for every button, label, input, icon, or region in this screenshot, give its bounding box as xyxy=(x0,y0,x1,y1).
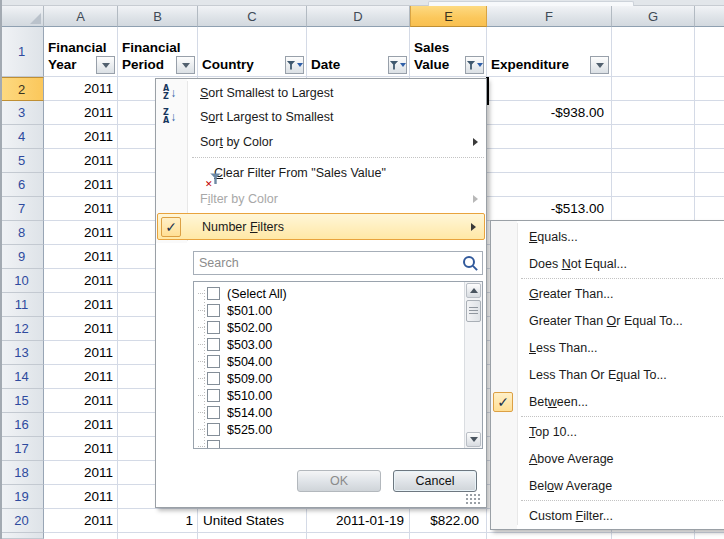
submenu-item-between[interactable]: ✓ Between... xyxy=(491,388,724,415)
header-cell-sales-value[interactable]: Sales Value xyxy=(410,27,487,77)
column-header-partial[interactable] xyxy=(695,6,724,27)
row-header-19[interactable]: 19 xyxy=(0,485,44,509)
checkbox[interactable] xyxy=(207,338,220,351)
column-header-c[interactable]: C xyxy=(198,6,307,27)
menu-item-filter-by-color[interactable]: Filter by Color xyxy=(156,186,486,212)
row-header-3[interactable]: 3 xyxy=(0,101,44,125)
cell-a2[interactable]: 2011 xyxy=(44,77,118,101)
cell-a15[interactable]: 2011 xyxy=(44,389,118,413)
column-header-g[interactable]: G xyxy=(612,6,695,27)
list-item-value[interactable]: $502.00 xyxy=(194,319,482,336)
row-header-12[interactable]: 12 xyxy=(0,317,44,341)
panel-resize-grip[interactable] xyxy=(465,493,481,504)
row-header-6[interactable]: 6 xyxy=(0,173,44,197)
cell-a11[interactable]: 2011 xyxy=(44,293,118,317)
list-item-value[interactable]: $510.00 xyxy=(194,387,482,404)
row-header-16[interactable]: 16 xyxy=(0,413,44,437)
submenu-item-above-average[interactable]: Above Average xyxy=(491,445,724,472)
list-item-value[interactable]: $503.00 xyxy=(194,336,482,353)
list-item-value[interactable]: $525.00 xyxy=(194,421,482,438)
filter-dropdown-button-f[interactable] xyxy=(590,56,609,74)
menu-item-number-filters[interactable]: ✓ Number Filters xyxy=(157,213,485,240)
checkbox[interactable] xyxy=(207,321,220,334)
checkbox[interactable] xyxy=(207,423,220,436)
row-header-8[interactable]: 8 xyxy=(0,221,44,245)
list-item-value[interactable]: $509.00 xyxy=(194,370,482,387)
submenu-item-equals[interactable]: Equals... xyxy=(491,223,724,250)
header-cell-date[interactable]: Date xyxy=(307,27,410,77)
row-header-9[interactable]: 9 xyxy=(0,245,44,269)
row-header-2-selected[interactable]: 2 xyxy=(0,77,44,101)
submenu-item-less-than-or-equal-to[interactable]: Less Than Or Equal To... xyxy=(491,361,724,388)
cell-a9[interactable]: 2011 xyxy=(44,245,118,269)
row-header-11[interactable]: 11 xyxy=(0,293,44,317)
header-cell-financial-year[interactable]: Financial Year xyxy=(44,27,118,77)
filter-applied-button-c[interactable] xyxy=(285,56,304,74)
cell-a20[interactable]: 2011 xyxy=(44,509,118,533)
column-header-e-selected[interactable]: E xyxy=(410,6,487,27)
cell-a6[interactable]: 2011 xyxy=(44,173,118,197)
row-header-5[interactable]: 5 xyxy=(0,149,44,173)
cell-a8[interactable]: 2011 xyxy=(44,221,118,245)
checkbox[interactable] xyxy=(207,287,220,300)
cell-a16[interactable]: 2011 xyxy=(44,413,118,437)
cell-a19[interactable]: 2011 xyxy=(44,485,118,509)
cell-a13[interactable]: 2011 xyxy=(44,341,118,365)
submenu-item-greater-than-or-equal-to[interactable]: Greater Than Or Equal To... xyxy=(491,307,724,334)
scroll-down-button[interactable] xyxy=(466,432,481,447)
row-header-17[interactable]: 17 xyxy=(0,437,44,461)
checkbox[interactable] xyxy=(207,355,220,368)
row-header-20[interactable]: 20 xyxy=(0,509,44,533)
submenu-item-less-than[interactable]: Less Than... xyxy=(491,334,724,361)
row-header-1[interactable]: 1 xyxy=(0,27,44,77)
checkbox[interactable] xyxy=(207,389,220,402)
submenu-item-custom-filter[interactable]: Custom Filter... xyxy=(491,502,724,529)
cell-f7-expenditure[interactable]: -$513.00 xyxy=(487,197,612,221)
scroll-up-button[interactable] xyxy=(466,283,481,298)
header-cell-financial-period[interactable]: Financial Period xyxy=(118,27,198,77)
scrollbar-thumb[interactable] xyxy=(466,300,481,322)
menu-item-sort-by-color[interactable]: Sort by Color xyxy=(156,129,486,155)
list-item-value-partial[interactable] xyxy=(194,438,482,449)
menu-item-sort-smallest-to-largest[interactable]: AZ↓ Sort Smallest to Largest xyxy=(156,81,486,105)
submenu-item-greater-than[interactable]: Greater Than... xyxy=(491,280,724,307)
cell-f3-expenditure[interactable]: -$938.00 xyxy=(487,101,612,125)
cell-a5[interactable]: 2011 xyxy=(44,149,118,173)
cell-a17[interactable]: 2011 xyxy=(44,437,118,461)
ok-button[interactable]: OK xyxy=(297,470,381,492)
filter-dropdown-button-b[interactable] xyxy=(176,56,195,74)
cell-d20-date[interactable]: 2011-01-19 xyxy=(307,509,410,533)
row-header-21-partial[interactable] xyxy=(0,533,44,539)
row-header-15[interactable]: 15 xyxy=(0,389,44,413)
search-input[interactable] xyxy=(193,251,483,275)
submenu-item-below-average[interactable]: Below Average xyxy=(491,472,724,499)
header-cell-country[interactable]: Country xyxy=(198,27,307,77)
checkbox[interactable] xyxy=(207,440,220,449)
row-header-7[interactable]: 7 xyxy=(0,197,44,221)
row-header-4[interactable]: 4 xyxy=(0,125,44,149)
menu-item-clear-filter[interactable]: ✕ Clear Filter From "Sales Value" xyxy=(156,160,486,186)
row-header-13[interactable]: 13 xyxy=(0,341,44,365)
menu-item-sort-largest-to-smallest[interactable]: ZA↓ Sort Largest to Smallest xyxy=(156,105,486,129)
submenu-item-does-not-equal[interactable]: Does Not Equal... xyxy=(491,250,724,277)
cell-a7[interactable]: 2011 xyxy=(44,197,118,221)
list-item-value[interactable]: $504.00 xyxy=(194,353,482,370)
cell-a14[interactable]: 2011 xyxy=(44,365,118,389)
cell-a18[interactable]: 2011 xyxy=(44,461,118,485)
cell-e20-sales-value[interactable]: $822.00 xyxy=(410,509,487,533)
cell-a4[interactable]: 2011 xyxy=(44,125,118,149)
cell-a10[interactable]: 2011 xyxy=(44,269,118,293)
filter-applied-button-d[interactable] xyxy=(388,56,407,74)
column-header-f[interactable]: F xyxy=(487,6,612,27)
row-header-14[interactable]: 14 xyxy=(0,365,44,389)
header-cell-expenditure[interactable]: Expenditure xyxy=(487,27,612,77)
cell-a3[interactable]: 2011 xyxy=(44,101,118,125)
search-icon[interactable] xyxy=(463,256,475,268)
column-header-d[interactable]: D xyxy=(307,6,410,27)
row-header-18[interactable]: 18 xyxy=(0,461,44,485)
select-all-corner[interactable] xyxy=(0,6,44,27)
filter-dropdown-button-a[interactable] xyxy=(96,56,115,74)
cell-b20-financial-period[interactable]: 1 xyxy=(118,509,198,533)
checkbox[interactable] xyxy=(207,406,220,419)
list-item-select-all[interactable]: (Select All) xyxy=(194,285,482,302)
